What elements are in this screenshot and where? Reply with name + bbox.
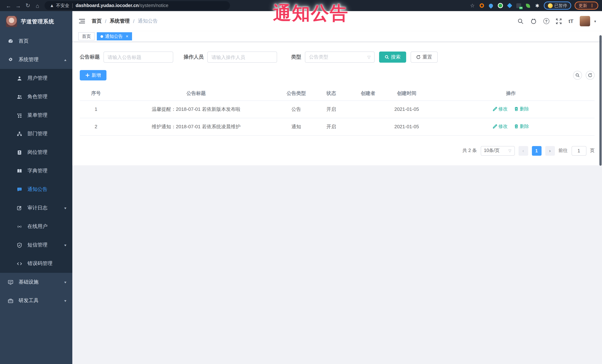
extension-leaf-icon[interactable] — [525, 3, 531, 9]
sidebar-item-posts[interactable]: 岗位管理 — [0, 143, 72, 162]
app-title: 芋道管理系统 — [21, 18, 54, 25]
col-title: 公告标题 — [112, 86, 280, 100]
bookmark-star-icon[interactable]: ☆ — [469, 3, 475, 9]
sidebar-item-label: 审计日志 — [27, 205, 47, 211]
sidebar-item-departments[interactable]: 部门管理 — [0, 125, 72, 143]
avatar-caret-icon[interactable]: ▾ — [594, 19, 596, 23]
notice-page: 公告标题 操作人员 类型 公告类型 ▽ 搜索 — [72, 42, 602, 165]
insecure-label: 不安全 — [56, 2, 69, 9]
sidebar-item-sms[interactable]: 短信管理 ▼ — [0, 236, 72, 254]
sidebar-item-label: 用户管理 — [27, 75, 47, 82]
avatar[interactable] — [580, 16, 590, 26]
breadcrumb-system[interactable]: 系统管理 — [110, 18, 130, 24]
browser-window: ← → ↻ ⌂ ▲ 不安全 dashboard.yudao.iocoder.cn… — [0, 0, 602, 364]
add-button[interactable]: 新增 — [80, 70, 107, 80]
title-input[interactable] — [104, 52, 173, 63]
users-icon — [16, 94, 22, 100]
chevron-down-icon: ▼ — [64, 206, 67, 210]
extension-green-icon[interactable] — [497, 3, 503, 9]
github-icon[interactable] — [530, 18, 537, 24]
refresh-button[interactable] — [586, 71, 595, 80]
fullscreen-icon[interactable] — [556, 18, 562, 24]
home-icon[interactable]: ⌂ — [33, 2, 42, 9]
gear-icon — [7, 57, 13, 63]
topbar: 首页 / 系统管理 / 通知公告 ? tT ▾ — [72, 11, 602, 31]
id-badge-icon — [16, 149, 22, 155]
address-bar[interactable]: ▲ 不安全 dashboard.yudao.iocoder.cn/system/… — [44, 1, 230, 10]
paused-chip[interactable]: 已暂停 — [544, 1, 571, 10]
extension-pin-icon[interactable] — [488, 3, 494, 9]
table-row: 1 温馨提醒：2018-07-01 若依新版本发布啦 公告 开启 2021-01… — [80, 100, 595, 118]
extension-database-icon[interactable]: on — [516, 3, 522, 9]
prev-page-button[interactable]: ‹ — [518, 146, 528, 156]
sidebar-item-menus[interactable]: 菜单管理 — [0, 106, 72, 125]
shield-check-icon — [16, 242, 22, 248]
operator-input[interactable] — [207, 52, 277, 63]
page-unit-label: 页 — [590, 147, 595, 154]
col-actions: 操作 — [427, 86, 595, 100]
sidebar-item-label: 错误码管理 — [27, 260, 53, 267]
page-scrollbar[interactable] — [599, 35, 602, 166]
address-divider — [72, 3, 73, 8]
sidebar-item-infrastructure[interactable]: 基础设施 ▼ — [0, 273, 72, 291]
breadcrumb-home[interactable]: 首页 — [92, 18, 102, 24]
sidebar-item-dicts[interactable]: 字典管理 — [0, 162, 72, 180]
delete-link[interactable]: 删除 — [514, 124, 529, 130]
insecure-warning-icon[interactable]: ▲ — [50, 3, 54, 8]
sidebar-item-roles[interactable]: 角色管理 — [0, 87, 72, 106]
tag-notices[interactable]: 通知公告 × — [97, 32, 132, 40]
sidebar-item-label: 短信管理 — [27, 242, 47, 248]
edit-link[interactable]: 修改 — [493, 106, 508, 112]
next-page-button[interactable]: › — [545, 146, 555, 156]
back-icon[interactable]: ← — [4, 2, 13, 9]
sidebar-item-label: 菜单管理 — [27, 112, 47, 119]
help-icon[interactable]: ? — [543, 18, 549, 24]
toggle-search-button[interactable] — [573, 71, 582, 80]
delete-link[interactable]: 删除 — [514, 106, 529, 112]
browser-chrome: ← → ↻ ⌂ ▲ 不安全 dashboard.yudao.iocoder.cn… — [0, 0, 602, 11]
reload-icon[interactable]: ↻ — [23, 2, 33, 9]
monitor-icon — [7, 279, 13, 285]
menu-tree-icon — [16, 112, 22, 118]
sidebar-item-label: 字典管理 — [27, 167, 47, 174]
page-size-select[interactable]: 10条/页 ▽ — [481, 146, 515, 156]
forward-icon[interactable]: → — [13, 2, 23, 9]
logo[interactable]: 芋道管理系统 — [0, 11, 72, 32]
active-dot — [100, 35, 103, 38]
goto-page-input[interactable] — [571, 146, 586, 156]
chevron-down-icon: ▼ — [64, 299, 67, 302]
close-tag-icon[interactable]: × — [126, 34, 128, 39]
pagination: 共 2 条 10条/页 ▽ ‹ 1 › 前往 页 — [80, 146, 595, 156]
url-path: /system/notice — [139, 3, 168, 8]
edit-link[interactable]: 修改 — [493, 124, 508, 130]
extension-donut-icon[interactable] — [479, 3, 484, 9]
total-count: 共 2 条 — [462, 147, 477, 154]
sidebar-item-label: 首页 — [19, 38, 29, 44]
user-icon — [16, 75, 22, 81]
menu-kebab-icon[interactable]: ⋮ — [590, 3, 594, 8]
sidebar-item-home[interactable]: 首页 — [0, 32, 72, 50]
font-size-icon[interactable]: tT — [569, 18, 573, 24]
collapse-menu-icon[interactable] — [78, 17, 86, 25]
sidebar-item-notices[interactable]: 通知公告 — [0, 180, 72, 199]
tag-home[interactable]: 首页 — [78, 32, 95, 40]
tags-bar: 首页 通知公告 × — [72, 31, 602, 42]
current-page-button[interactable]: 1 — [532, 146, 541, 156]
reset-button[interactable]: 重置 — [411, 52, 438, 63]
sidebar-item-label: 系统管理 — [19, 56, 39, 63]
sidebar-item-error-codes[interactable]: 错误码管理 — [0, 254, 72, 273]
extensions-puzzle-icon[interactable]: ✱ — [534, 3, 540, 9]
search-button[interactable]: 搜索 — [379, 52, 406, 63]
url-host: dashboard.yudao.iocoder.cn — [76, 3, 139, 8]
update-button[interactable]: 更新 ⋮ — [575, 1, 598, 10]
extension-gem-icon[interactable] — [506, 3, 512, 9]
sidebar-item-audit-log[interactable]: 审计日志 ▼ — [0, 199, 72, 217]
search-icon[interactable] — [517, 18, 524, 24]
type-select[interactable]: 公告类型 ▽ — [305, 52, 375, 63]
dashboard-icon — [7, 38, 13, 44]
table-header-row: 序号 公告标题 公告类型 状态 创建者 创建时间 操作 — [80, 86, 595, 100]
sidebar-item-online-users[interactable]: 在线用户 — [0, 217, 72, 236]
sidebar-item-dev-tools[interactable]: 研发工具 ▼ — [0, 291, 72, 310]
sidebar-item-system[interactable]: 系统管理 ▲ — [0, 50, 72, 69]
sidebar-item-users[interactable]: 用户管理 — [0, 69, 72, 87]
